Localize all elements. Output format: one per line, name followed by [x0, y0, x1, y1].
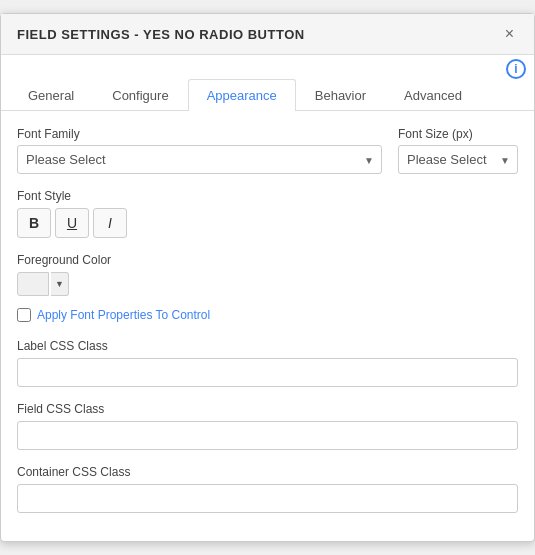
foreground-color-section: Foreground Color ▼	[17, 250, 518, 296]
container-css-label: Container CSS Class	[17, 465, 130, 479]
apply-font-label[interactable]: Apply Font Properties To Control	[37, 308, 210, 322]
font-family-select[interactable]: Please Select Arial Times New Roman Cour…	[17, 145, 382, 174]
italic-button[interactable]: I	[93, 208, 127, 238]
font-style-section: Font Style B U I	[17, 186, 518, 238]
label-css-section: Label CSS Class	[17, 336, 518, 387]
close-button[interactable]: ×	[501, 24, 518, 44]
dialog-header: FIELD SETTINGS - YES NO RADIO BUTTON ×	[1, 14, 534, 55]
font-size-select[interactable]: Please Select 8 10 12 14 16	[398, 145, 518, 174]
field-css-section: Field CSS Class	[17, 399, 518, 450]
tab-configure[interactable]: Configure	[93, 79, 187, 111]
tab-behavior[interactable]: Behavior	[296, 79, 385, 111]
font-style-label: Font Style	[17, 189, 71, 203]
apply-font-row: Apply Font Properties To Control	[17, 308, 518, 322]
foreground-color-label: Foreground Color	[17, 253, 111, 267]
font-family-select-wrap: Please Select Arial Times New Roman Cour…	[17, 145, 382, 174]
tab-content: Font Family Please Select Arial Times Ne…	[1, 111, 534, 541]
label-css-label: Label CSS Class	[17, 339, 108, 353]
color-swatch[interactable]	[17, 272, 49, 296]
tab-bar: General Configure Appearance Behavior Ad…	[1, 79, 534, 111]
container-css-input[interactable]	[17, 484, 518, 513]
bold-button[interactable]: B	[17, 208, 51, 238]
color-dropdown-button[interactable]: ▼	[51, 272, 69, 296]
label-css-input[interactable]	[17, 358, 518, 387]
dialog-title: FIELD SETTINGS - YES NO RADIO BUTTON	[17, 27, 305, 42]
container-css-section: Container CSS Class	[17, 462, 518, 513]
tab-advanced[interactable]: Advanced	[385, 79, 481, 111]
tab-general[interactable]: General	[9, 79, 93, 111]
font-family-label: Font Family	[17, 127, 382, 141]
field-css-input[interactable]	[17, 421, 518, 450]
color-dropdown-arrow-icon: ▼	[55, 279, 64, 289]
info-icon[interactable]: i	[506, 59, 526, 79]
underline-button[interactable]: U	[55, 208, 89, 238]
field-css-label: Field CSS Class	[17, 402, 104, 416]
font-size-label: Font Size (px)	[398, 127, 518, 141]
apply-font-checkbox[interactable]	[17, 308, 31, 322]
tab-appearance[interactable]: Appearance	[188, 79, 296, 111]
font-size-select-wrap: Please Select 8 10 12 14 16 ▼	[398, 145, 518, 174]
